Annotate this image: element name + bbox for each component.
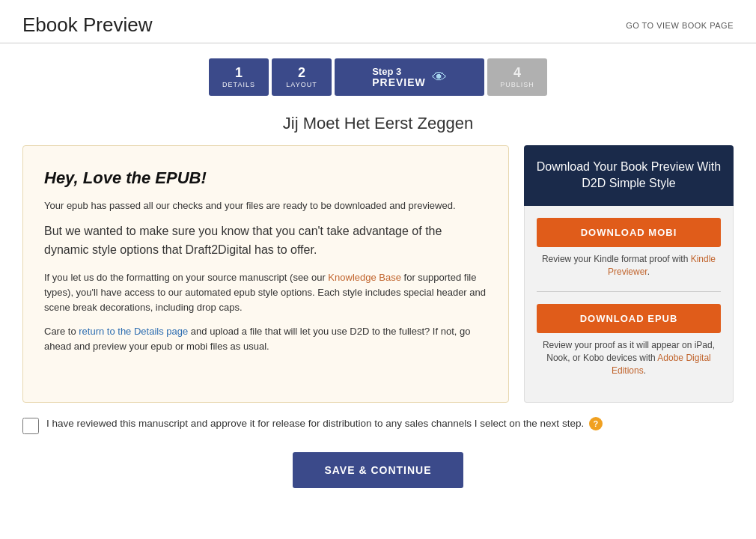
epub-heading: Hey, Love the EPUB! [44, 168, 487, 188]
download-mobi-button[interactable]: DOWNLOAD MOBI [537, 218, 721, 247]
details-page-link[interactable]: return to the Details page [79, 326, 188, 337]
mobi-desc: Review your Kindle format proof with Kin… [537, 253, 721, 279]
step-4[interactable]: 4 PUBLISH [487, 58, 547, 96]
mobi-desc-before: Review your Kindle format proof with [542, 254, 691, 264]
book-title: Jij Moet Het Eerst Zeggen [0, 114, 756, 133]
step-2-label: LAYOUT [286, 81, 317, 88]
epub-desc: Review your proof as it will appear on i… [537, 339, 721, 378]
step-3-prefix: Step 3 [372, 67, 401, 76]
step-1-number: 1 [235, 66, 243, 79]
knowledge-base-link[interactable]: Knowledge Base [328, 272, 401, 283]
step-4-number: 4 [513, 66, 521, 79]
para3: Care to return to the Details page and u… [44, 324, 487, 354]
left-panel: Hey, Love the EPUB! Your epub has passed… [22, 145, 509, 403]
step-3-label: PREVIEW [372, 76, 426, 88]
save-section: SAVE & CONTINUE [0, 442, 756, 503]
big-para: But we wanted to make sure you know that… [44, 222, 487, 260]
download-epub-button[interactable]: DOWNLOAD EPUB [537, 304, 721, 333]
epub-desc-after: . [644, 365, 646, 376]
step-4-label: PUBLISH [500, 81, 534, 88]
para3-before: Care to [44, 326, 79, 337]
mobi-desc-after: . [647, 267, 650, 277]
steps-bar: 1 DETAILS 2 LAYOUT Step 3 PREVIEW 👁 4 PU… [0, 43, 756, 103]
step-2-number: 2 [298, 66, 305, 79]
save-continue-button[interactable]: SAVE & CONTINUE [293, 452, 463, 488]
para1: Your epub has passed all our checks and … [44, 198, 487, 213]
para2-before: If you let us do the formatting on your … [44, 272, 328, 283]
go-to-view-link[interactable]: GO TO VIEW BOOK PAGE [626, 21, 734, 30]
right-panel-body: DOWNLOAD MOBI Review your Kindle format … [524, 206, 734, 403]
checkbox-section: I have reviewed this manuscript and appr… [0, 403, 756, 442]
page-title: Ebook Preview [22, 13, 152, 37]
step-2[interactable]: 2 LAYOUT [272, 58, 332, 96]
divider [537, 291, 721, 292]
help-icon[interactable]: ? [589, 417, 603, 430]
para2: If you let us do the formatting on your … [44, 270, 487, 315]
step-1[interactable]: 1 DETAILS [209, 58, 269, 96]
page-header: Ebook Preview GO TO VIEW BOOK PAGE [0, 0, 756, 43]
right-panel: Download Your Book Preview With D2D Simp… [524, 145, 734, 403]
main-content: Hey, Love the EPUB! Your epub has passed… [0, 145, 756, 403]
checkbox-label-text: I have reviewed this manuscript and appr… [46, 418, 584, 429]
eye-icon: 👁 [432, 69, 447, 86]
approve-checkbox[interactable] [22, 418, 39, 434]
right-panel-header: Download Your Book Preview With D2D Simp… [524, 145, 734, 206]
step-3-text: Step 3 PREVIEW [372, 67, 426, 88]
step-3[interactable]: Step 3 PREVIEW 👁 [335, 58, 484, 96]
checkbox-label: I have reviewed this manuscript and appr… [46, 416, 603, 431]
step-1-label: DETAILS [222, 81, 255, 88]
